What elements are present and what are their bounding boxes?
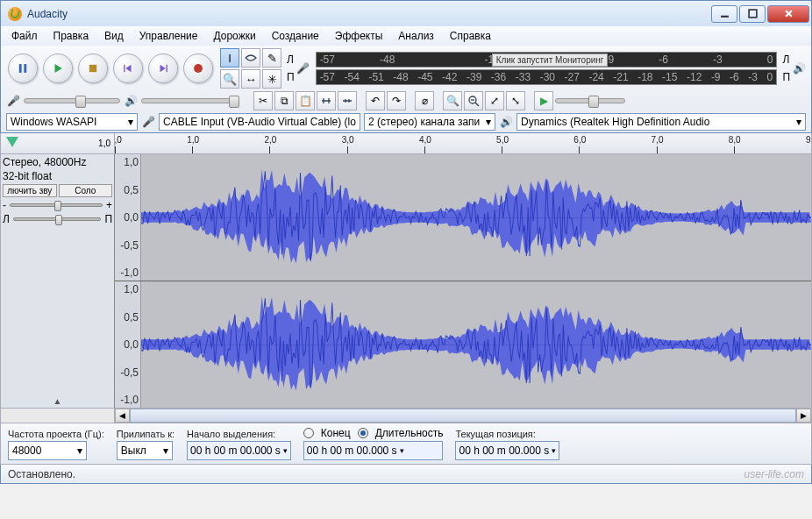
scroll-left-button[interactable]: ◀ bbox=[115, 409, 130, 423]
audio-position-label: Текущая позиция: bbox=[455, 429, 559, 439]
recording-channels-combo[interactable]: 2 (стерео) канала запи▾ bbox=[364, 113, 495, 131]
rec-meter-r-label: П bbox=[287, 71, 295, 83]
pause-button[interactable] bbox=[8, 53, 38, 83]
project-rate-combo[interactable]: 48000▾ bbox=[8, 441, 87, 460]
svg-point-12 bbox=[194, 64, 203, 73]
sync-lock-button[interactable]: ⌀ bbox=[415, 91, 434, 110]
menu-effects[interactable]: Эффекты bbox=[328, 28, 390, 44]
chevron-down-icon: ▾ bbox=[482, 116, 491, 128]
zoom-in-button[interactable]: 🔍 bbox=[443, 91, 462, 110]
rec-meter-l-label: Л bbox=[287, 53, 295, 66]
audio-position-time[interactable]: 00 h 00 m 00.000 s▾ bbox=[455, 441, 559, 460]
record-button[interactable] bbox=[183, 53, 213, 83]
track-area: Стерео, 48000Hz 32-bit float лючить зву … bbox=[0, 154, 812, 409]
selection-end-radio[interactable] bbox=[303, 428, 314, 438]
menu-view[interactable]: Вид bbox=[97, 28, 131, 44]
timeshift-tool[interactable]: ↔ bbox=[241, 69, 260, 89]
multi-tool[interactable]: ✳ bbox=[262, 69, 281, 89]
solo-button[interactable]: Соло bbox=[59, 184, 113, 197]
minimize-button[interactable] bbox=[711, 5, 737, 23]
fit-project-button[interactable]: ⤡ bbox=[506, 91, 525, 110]
selection-tool[interactable]: I bbox=[220, 48, 239, 68]
play-speed-slider[interactable] bbox=[555, 98, 625, 103]
waveform-channel-left[interactable]: 1,00,50,0-0,5-1,0 bbox=[115, 154, 811, 281]
recording-meter[interactable]: -57-48-18-12-9-6-30 Клик запустит Монито… bbox=[316, 52, 778, 68]
snap-to-combo[interactable]: Выкл▾ bbox=[117, 441, 173, 460]
svg-rect-4 bbox=[19, 64, 22, 73]
menu-edit[interactable]: Правка bbox=[46, 28, 96, 44]
play-at-speed-button[interactable]: ▶ bbox=[534, 91, 553, 110]
chevron-down-icon: ▾ bbox=[77, 444, 82, 457]
trim-button[interactable] bbox=[317, 91, 336, 110]
silence-button[interactable] bbox=[338, 91, 357, 110]
recording-device-combo[interactable]: CABLE Input (VB-Audio Virtual Cable) (lo… bbox=[159, 113, 360, 131]
waveform-channel-right[interactable]: 1,00,50,0-0,5-1,0 bbox=[115, 281, 811, 408]
menu-generate[interactable]: Создание bbox=[265, 28, 326, 44]
undo-button[interactable]: ↶ bbox=[366, 91, 385, 110]
recording-volume-slider[interactable] bbox=[24, 98, 120, 103]
svg-rect-1 bbox=[749, 10, 757, 18]
cut-button[interactable]: ✂ bbox=[253, 91, 273, 110]
playback-device-combo[interactable]: Dynamics (Realtek High Definition Audio▾ bbox=[516, 113, 806, 131]
play-meter-l-label: Л bbox=[782, 53, 790, 66]
monitoring-hint[interactable]: Клик запустит Мониторинг bbox=[492, 53, 609, 67]
selection-length-label: Длительность bbox=[375, 427, 444, 439]
rec-volume-group: 🎤 🔊 bbox=[6, 94, 238, 108]
chevron-down-icon[interactable]: ▾ bbox=[400, 446, 404, 455]
chevron-down-icon[interactable]: ▾ bbox=[283, 446, 288, 455]
toolbar-area: I ✎ 🔍 ↔ ✳ Л П 🎤 -57-48-18-12-9-6-30 Клик… bbox=[0, 46, 812, 133]
fit-selection-button[interactable]: ⤢ bbox=[485, 91, 504, 110]
menu-help[interactable]: Справка bbox=[443, 28, 498, 44]
mic-icon: 🎤 bbox=[296, 61, 310, 75]
close-button[interactable] bbox=[767, 5, 809, 23]
transport-toolbar bbox=[6, 52, 215, 85]
selection-length-radio[interactable] bbox=[358, 428, 368, 438]
scroll-right-button[interactable]: ▶ bbox=[796, 409, 811, 423]
playback-meter[interactable]: -57-54-51-48-45-42-39-36-33-30-27-24-21-… bbox=[316, 69, 778, 85]
selection-start-time[interactable]: 00 h 00 m 00.000 s▾ bbox=[187, 441, 291, 460]
tools-toolbar: I ✎ 🔍 ↔ ✳ bbox=[220, 48, 281, 89]
chevron-down-icon[interactable]: ▾ bbox=[552, 446, 556, 455]
selection-toolbar: Частота проекта (Гц): 48000▾ Прилипать к… bbox=[0, 423, 812, 465]
skip-start-button[interactable] bbox=[113, 53, 143, 83]
maximize-button[interactable] bbox=[739, 5, 766, 23]
mic-icon: 🎤 bbox=[6, 94, 20, 108]
gain-slider[interactable] bbox=[10, 203, 103, 207]
selection-end-time[interactable]: 00 h 00 m 00.000 s▾ bbox=[303, 441, 444, 460]
draw-tool[interactable]: ✎ bbox=[262, 48, 281, 68]
chevron-down-icon: ▾ bbox=[793, 116, 801, 128]
speaker-meter-icon: 🔊 bbox=[792, 61, 806, 75]
selection-start-label: Начало выделения: bbox=[187, 429, 291, 439]
playback-volume-slider[interactable] bbox=[141, 98, 238, 103]
title-bar: Audacity bbox=[0, 0, 812, 26]
timeline-ruler[interactable]: 1,0 0,01,02,03,04,05,06,07,08,09,0 bbox=[0, 133, 812, 154]
pan-slider[interactable] bbox=[13, 217, 102, 221]
chevron-down-icon: ▾ bbox=[163, 444, 168, 457]
play-button[interactable] bbox=[43, 53, 73, 83]
stop-button[interactable] bbox=[78, 53, 108, 83]
scrub-indicator-icon[interactable] bbox=[6, 137, 18, 147]
track-control-panel[interactable]: Стерео, 48000Hz 32-bit float лючить зву … bbox=[1, 154, 115, 408]
status-bar: Остановлено. user-life.com bbox=[0, 465, 812, 484]
watermark: user-life.com bbox=[744, 468, 804, 480]
menu-transport[interactable]: Управление bbox=[132, 28, 205, 44]
zoom-tool[interactable]: 🔍 bbox=[220, 69, 239, 89]
menu-tracks[interactable]: Дорожки bbox=[207, 28, 263, 44]
collapse-track-button[interactable]: ▲ bbox=[3, 396, 112, 406]
envelope-tool[interactable] bbox=[241, 48, 260, 68]
horizontal-scrollbar[interactable]: ◀ ▶ bbox=[0, 409, 812, 423]
menu-analyze[interactable]: Анализ bbox=[391, 28, 441, 44]
zoom-out-button[interactable] bbox=[464, 91, 483, 110]
mute-button[interactable]: лючить зву bbox=[3, 184, 57, 197]
chevron-down-icon: ▾ bbox=[356, 116, 360, 128]
status-text: Остановлено. bbox=[8, 468, 75, 480]
paste-button[interactable]: 📋 bbox=[296, 91, 315, 110]
skip-end-button[interactable] bbox=[148, 53, 178, 83]
audio-host-combo[interactable]: Windows WASAPI▾ bbox=[6, 113, 138, 131]
menu-file[interactable]: Файл bbox=[4, 28, 45, 44]
app-icon bbox=[8, 7, 22, 21]
redo-button[interactable]: ↷ bbox=[387, 91, 406, 110]
svg-rect-8 bbox=[124, 65, 125, 72]
mic-icon: 🎤 bbox=[141, 115, 155, 129]
copy-button[interactable]: ⧉ bbox=[274, 91, 294, 110]
